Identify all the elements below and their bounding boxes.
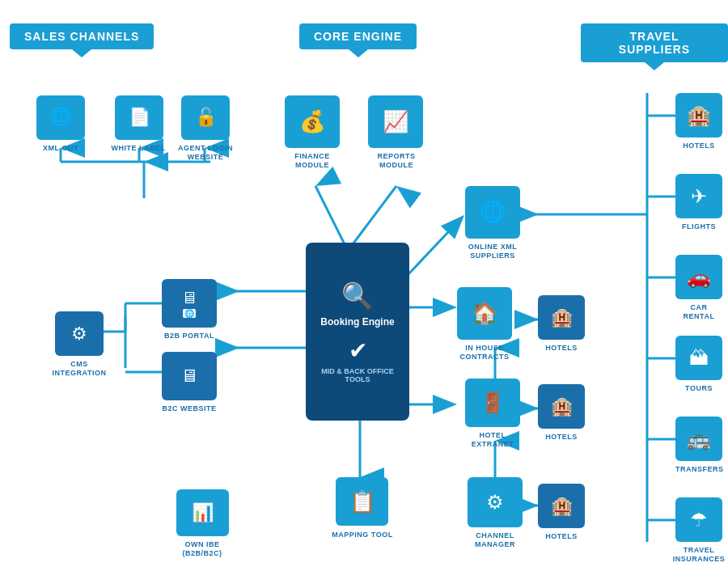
channel-manager-box: ⚙	[468, 477, 523, 527]
xml-out-label: XML OUT	[36, 144, 85, 153]
white-label-label: WHITE LABEL	[107, 144, 170, 153]
xml-out-icon: 🌐	[50, 108, 72, 126]
in-house-contracts-box: 🏠	[457, 287, 512, 340]
hotels-inhouse-box: 🏨	[538, 295, 585, 340]
white-label-icon: 📄	[129, 108, 150, 126]
travel-tours-label: TOURS	[675, 384, 722, 393]
own-ibe-label: OWN IBE(B2B/B2C)	[168, 540, 236, 558]
mapping-tool-label: MAPPING TOOL	[330, 531, 395, 539]
hotels-channel-label: HOTELS	[538, 532, 585, 541]
travel-insurance-box: ☂	[675, 497, 722, 542]
travel-car-rental-box: 🚗	[675, 255, 722, 299]
in-house-contracts-label: IN HOUSECONTRACTS	[449, 344, 520, 362]
cms-integration-box: ⚙	[55, 311, 104, 356]
online-xml-box: 🌐	[465, 186, 520, 239]
travel-insurance-label: TRAVELINSURANCES	[670, 546, 728, 564]
agent-login-label: AGENT LOGINWEBSITE	[176, 144, 235, 162]
b2b-portal-box: 🖥 🌐	[162, 279, 217, 328]
b2b-portal-label: B2B PORTAL	[162, 332, 217, 341]
travel-flights-label: FLIGHTS	[675, 222, 722, 231]
b2c-website-label: B2C WEBSITE	[162, 404, 217, 413]
reports-module-box: 📈	[368, 95, 423, 148]
b2c-website-box: 🖥	[162, 352, 217, 400]
travel-suppliers-header: TRAVEL SUPPLIERS	[581, 23, 728, 62]
booking-engine-box: 🔍 Booking Engine ✔ MID & BACK OFFICE TOO…	[306, 243, 409, 421]
own-ibe-box: 📊	[176, 489, 229, 536]
diagram: SALES CHANNELS CORE ENGINE TRAVEL SUPPLI…	[0, 0, 728, 588]
sales-channels-header: SALES CHANNELS	[10, 23, 154, 49]
reports-module-label: REPORTS MODULE	[364, 152, 429, 170]
svg-line-13	[348, 186, 396, 251]
online-xml-label: ONLINE XMLSUPPLIERS	[457, 243, 528, 260]
travel-transfers-box: 🚌	[675, 417, 722, 461]
agent-login-icon: 🔓	[195, 108, 217, 126]
cms-integration-label: CMSINTEGRATION	[50, 360, 108, 378]
channel-manager-label: CHANNELMANAGER	[461, 531, 529, 549]
xml-out-box: 🌐	[36, 95, 85, 140]
hotel-extranet-box: 🚪	[465, 379, 520, 427]
travel-hotels-box: 🏨	[675, 93, 722, 137]
travel-hotels-label: HOTELS	[675, 142, 722, 150]
svg-line-12	[315, 186, 348, 251]
travel-transfers-label: TRANSFERS	[675, 465, 722, 474]
hotels-channel-box: 🏨	[538, 484, 585, 528]
travel-car-rental-label: CAR RENTAL	[675, 303, 722, 321]
finance-module-box: 💰	[285, 95, 340, 148]
hotel-extranet-label: HOTELEXTRANET	[459, 431, 526, 449]
hotels-extranet-label: HOTELS	[538, 433, 585, 442]
finance-module-label: FINANCE MODULE	[280, 152, 345, 170]
travel-tours-box: 🏔	[675, 336, 722, 380]
travel-flights-box: ✈	[675, 174, 722, 218]
white-label-box: 📄	[115, 95, 163, 140]
mapping-tool-box: 📋	[336, 477, 388, 526]
hotels-inhouse-label: HOTELS	[538, 344, 585, 353]
agent-login-box: 🔓	[181, 95, 230, 140]
hotels-extranet-box: 🏨	[538, 384, 585, 429]
svg-line-17	[408, 218, 461, 275]
booking-engine-title: Booking Engine	[320, 316, 394, 328]
core-engine-header: CORE ENGINE	[299, 23, 417, 49]
